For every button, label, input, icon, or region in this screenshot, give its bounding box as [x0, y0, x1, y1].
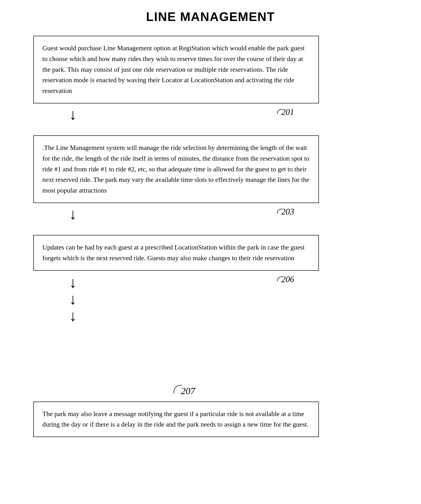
- label-207: 207: [171, 383, 210, 398]
- arrow-3a: ↓: [69, 274, 77, 291]
- label-206: 206: [276, 276, 305, 287]
- arrow-3b: ↓: [69, 291, 77, 308]
- svg-text:203: 203: [281, 207, 294, 216]
- page-title: LINE MANAGEMENT: [19, 10, 402, 24]
- block-1: Guest would purchase Line Management opt…: [33, 36, 319, 103]
- block-4: The park may also leave a message notify…: [33, 402, 319, 437]
- svg-text:201: 201: [281, 107, 294, 117]
- svg-text:206: 206: [281, 275, 294, 284]
- label-203: 203: [276, 208, 305, 220]
- arrow-1: ↓: [69, 107, 77, 122]
- label-201: 201: [276, 108, 305, 120]
- svg-text:207: 207: [181, 386, 196, 396]
- block-3: Updates can be had by each guest at a pr…: [33, 235, 319, 271]
- flow-diagram: Guest would purchase Line Management opt…: [19, 36, 402, 437]
- block-2: .The Line Management system will manage …: [33, 135, 319, 203]
- arrow-2: ↓: [69, 207, 77, 222]
- arrow-3c: ↓: [69, 308, 77, 324]
